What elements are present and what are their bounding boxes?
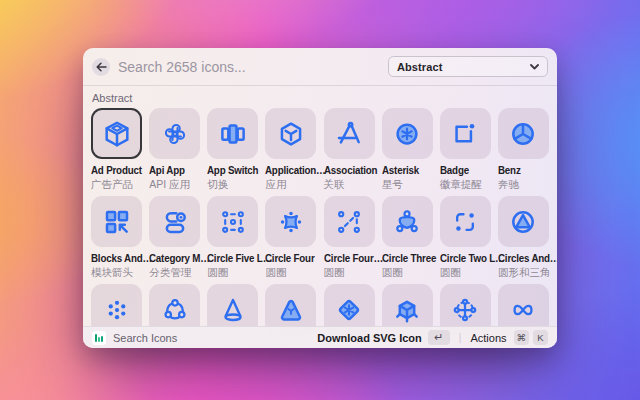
icon-name: App Switch — [207, 164, 254, 177]
cone-icon — [218, 295, 248, 325]
k-key-badge: K — [533, 330, 548, 345]
icon-name: Circle Three — [382, 252, 429, 265]
clover-dots-icon — [276, 207, 306, 237]
cube-box-icon — [102, 119, 132, 149]
circle-four-line-icon — [334, 207, 364, 237]
category-dropdown-value: Abstract — [397, 61, 442, 73]
icon-subtitle: 广告产品 — [91, 178, 142, 190]
circle-three-icon — [392, 207, 422, 237]
icon-name: Circle Two L… — [440, 252, 487, 265]
icon-name: Circles And… — [498, 252, 545, 265]
triangle-mark-icon — [276, 295, 306, 325]
icon-tile-cube-box[interactable] — [91, 108, 142, 159]
icon-cell-badge-dot: Badge徽章提醒 — [440, 108, 491, 191]
icon-cell-cube-box: Ad Product广告产品 — [91, 108, 142, 191]
section-label: Abstract — [92, 92, 557, 105]
icon-subtitle: 切换 — [207, 178, 258, 190]
icon-subtitle: 关联 — [324, 178, 375, 190]
icon-name: Circle Four — [265, 252, 312, 265]
download-svg-action[interactable]: Download SVG Icon — [317, 332, 422, 344]
icon-tile-circle-three[interactable] — [382, 196, 433, 247]
icon-cell-asterisk-circle: Asterisk星号 — [382, 108, 433, 191]
icon-name: Badge — [440, 164, 487, 177]
footer: Search Icons Download SVG Icon ↵ | Actio… — [83, 326, 557, 348]
blocks-arrow-icon — [102, 207, 132, 237]
benz-icon — [508, 119, 538, 149]
circle-triangle-icon — [508, 207, 538, 237]
icon-subtitle: 圆圈 — [440, 266, 491, 278]
icon-subtitle: 圆圈 — [207, 266, 258, 278]
category-dropdown[interactable]: Abstract — [388, 56, 548, 77]
icon-subtitle: 模块箭头 — [91, 266, 142, 278]
icon-subtitle: 圆圈 — [324, 266, 375, 278]
cross-dots-icon — [450, 295, 480, 325]
icon-tile-circle-four-line[interactable] — [324, 196, 375, 247]
back-button[interactable] — [92, 58, 110, 76]
icon-cell-clover-dots: Circle Four圆圈 — [265, 196, 316, 279]
asterisk-circle-icon — [392, 119, 422, 149]
icon-search-window: Search 2658 icons... Abstract Abstract A… — [83, 48, 557, 348]
search-input[interactable]: Search 2658 icons... — [118, 59, 388, 75]
app-switch-icon — [218, 119, 248, 149]
icon-subtitle: 圆圈 — [382, 266, 433, 278]
circle-two-line-icon — [450, 207, 480, 237]
orbit-nodes-icon — [160, 295, 190, 325]
icon-cell-circle-four-line: Circle Four…圆圈 — [324, 196, 375, 279]
enter-key-badge: ↵ — [428, 330, 450, 345]
icon-cell-benz: Benz奔驰 — [498, 108, 549, 191]
icon-cell-api-app: Api AppAPI 应用 — [149, 108, 200, 191]
icon-subtitle: API 应用 — [149, 178, 200, 190]
infinity-icon — [508, 295, 538, 325]
icon-name: Blocks And… — [91, 252, 138, 265]
icon-subtitle: 圆形和三角 — [498, 266, 549, 278]
icon-tile-a-frame[interactable] — [324, 108, 375, 159]
icon-tile-circle-two-line[interactable] — [440, 196, 491, 247]
diamond-asterisk-icon — [334, 295, 364, 325]
icon-grid: Ad Product广告产品Api AppAPI 应用App Switch切换A… — [83, 108, 557, 348]
icon-tile-circle-five[interactable] — [207, 196, 258, 247]
icon-tile-blocks-arrow[interactable] — [91, 196, 142, 247]
chevron-down-icon — [530, 64, 539, 70]
icon-name: Ad Product — [91, 164, 138, 177]
cmd-key-badge: ⌘ — [514, 330, 530, 345]
icon-subtitle: 徽章提醒 — [440, 178, 491, 190]
icon-cell-hexagon-y: Application…应用 — [265, 108, 316, 191]
api-app-icon — [160, 119, 190, 149]
icon-cell-a-frame: Association关联 — [324, 108, 375, 191]
icon-tile-circle-triangle[interactable] — [498, 196, 549, 247]
icon-cell-blocks-arrow: Blocks And…模块箭头 — [91, 196, 142, 279]
dots-cluster-icon — [102, 295, 132, 325]
icon-cell-circle-three: Circle Three圆圈 — [382, 196, 433, 279]
icon-cell-circle-five: Circle Five L…圆圈 — [207, 196, 258, 279]
icon-tile-benz[interactable] — [498, 108, 549, 159]
a-frame-icon — [334, 119, 364, 149]
icon-name: Api App — [149, 164, 196, 177]
back-arrow-icon — [96, 62, 107, 72]
icon-subtitle: 应用 — [265, 178, 316, 190]
icon-tile-api-app[interactable] — [149, 108, 200, 159]
icon-tile-clover-dots[interactable] — [265, 196, 316, 247]
icon-name: Association — [324, 164, 371, 177]
icon-name: Circle Five L… — [207, 252, 254, 265]
icon-name: Category M… — [149, 252, 196, 265]
icon-name: Circle Four… — [324, 252, 371, 265]
icon-subtitle: 奔驰 — [498, 178, 549, 190]
icon-name: Benz — [498, 164, 545, 177]
footer-app-label: Search Icons — [113, 332, 177, 344]
actions-menu[interactable]: Actions — [470, 332, 506, 344]
icon-name: Application… — [265, 164, 312, 177]
hexagon-y-icon — [276, 119, 306, 149]
icon-subtitle: 星号 — [382, 178, 433, 190]
category-icon — [160, 207, 190, 237]
icon-tile-app-switch[interactable] — [207, 108, 258, 159]
icon-tile-asterisk-circle[interactable] — [382, 108, 433, 159]
icon-tile-hexagon-y[interactable] — [265, 108, 316, 159]
icon-subtitle: 分类管理 — [149, 266, 200, 278]
icon-subtitle: 圆圈 — [265, 266, 316, 278]
icon-tile-badge-dot[interactable] — [440, 108, 491, 159]
cube-legs-icon — [392, 295, 422, 325]
badge-dot-icon — [450, 119, 480, 149]
icon-tile-category[interactable] — [149, 196, 200, 247]
icon-name: Asterisk — [382, 164, 429, 177]
icon-cell-circle-triangle: Circles And…圆形和三角 — [498, 196, 549, 279]
